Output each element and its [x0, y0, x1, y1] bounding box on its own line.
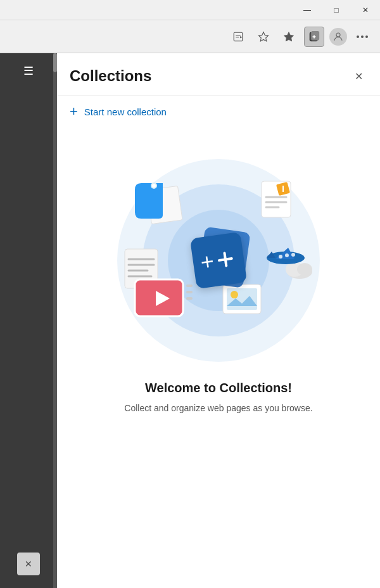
- svg-point-31: [231, 291, 238, 298]
- plus-icon: +: [70, 105, 78, 118]
- plane-svg: [263, 241, 314, 279]
- image-thumbnail-illustration: [222, 283, 263, 317]
- profile-avatar[interactable]: [329, 28, 347, 46]
- main-area: ☰ ✕ Collections ✕ + Start new collection: [0, 53, 380, 588]
- welcome-description: Collect and organize web pages as you br…: [124, 402, 312, 415]
- panel-header: Collections ✕: [57, 53, 380, 96]
- svg-rect-36: [186, 297, 193, 300]
- collections-panel: Collections ✕ + Start new collection: [57, 53, 380, 588]
- minimize-button[interactable]: —: [293, 0, 322, 20]
- favorites-empty-icon[interactable]: [253, 27, 274, 47]
- panel-close-button[interactable]: ✕: [350, 67, 367, 85]
- new-collection-button[interactable]: + Start new collection: [57, 96, 380, 127]
- collections-button[interactable]: [304, 27, 324, 47]
- svg-line-21: [219, 259, 232, 260]
- add-icon: [212, 246, 238, 272]
- doc-svg: [260, 178, 294, 219]
- tag-svg: [130, 178, 169, 219]
- airplane-illustration: [263, 241, 314, 282]
- svg-point-5: [361, 35, 364, 38]
- close-button[interactable]: ✕: [351, 0, 380, 20]
- svg-rect-34: [186, 284, 193, 287]
- maximize-button[interactable]: □: [322, 0, 351, 20]
- welcome-section: Welcome to Collections! Collect and orga…: [105, 368, 331, 428]
- illustration-container: [111, 153, 326, 368]
- title-bar: — □ ✕: [0, 0, 380, 20]
- illustration-area: Welcome to Collections! Collect and orga…: [57, 127, 380, 588]
- add-to-collection-button[interactable]: [190, 232, 247, 289]
- svg-point-26: [279, 255, 282, 259]
- svg-rect-30: [227, 288, 257, 310]
- hamburger-menu-button[interactable]: ☰: [14, 58, 43, 84]
- svg-point-3: [336, 33, 340, 37]
- panel-title: Collections: [70, 67, 151, 85]
- svg-point-24: [297, 263, 312, 276]
- svg-rect-2: [312, 31, 319, 39]
- sidebar: ☰ ✕: [0, 53, 57, 588]
- new-collection-label: Start new collection: [84, 106, 167, 117]
- browser-toolbar: [0, 20, 380, 53]
- more-menu-icon[interactable]: [352, 27, 372, 47]
- svg-point-6: [365, 35, 368, 38]
- svg-point-27: [285, 253, 289, 257]
- sidebar-close-button[interactable]: ✕: [17, 553, 40, 575]
- svg-rect-35: [186, 291, 193, 293]
- svg-point-8: [152, 184, 156, 188]
- video-thumbnail-illustration: [133, 276, 194, 324]
- svg-point-28: [291, 253, 295, 257]
- favorites-filled-icon[interactable]: [279, 27, 299, 47]
- tag-illustration: [130, 178, 169, 222]
- document-illustration: [260, 178, 294, 222]
- title-bar-controls: — □ ✕: [293, 0, 380, 20]
- video-svg: [133, 276, 194, 321]
- svg-point-4: [357, 35, 359, 38]
- welcome-title: Welcome to Collections!: [124, 381, 312, 395]
- read-aloud-icon[interactable]: [228, 27, 248, 47]
